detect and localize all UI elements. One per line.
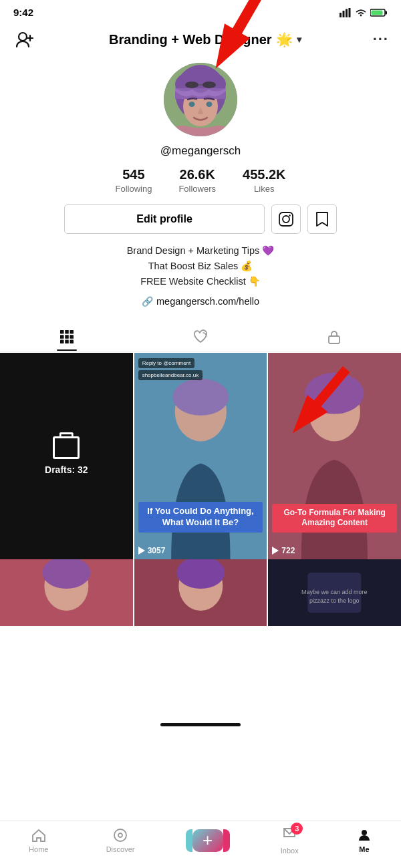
- more-options-button[interactable]: ···: [373, 31, 389, 48]
- svg-rect-2: [346, 9, 348, 17]
- svg-rect-6: [386, 11, 388, 14]
- svg-point-16: [185, 82, 198, 88]
- svg-point-4: [360, 14, 362, 16]
- video-2-overlay: 3057: [134, 542, 267, 559]
- video-cell-5[interactable]: [134, 559, 267, 626]
- tabs-row: [0, 323, 401, 351]
- followers-count: 26.6K: [180, 167, 215, 182]
- svg-point-20: [289, 214, 290, 216]
- tab-liked[interactable]: [134, 323, 267, 351]
- video-grid-row1: Drafts: 32 Reply to @comment shopbellean…: [0, 353, 401, 559]
- header-title: Branding + Web Designer 🌟 ▾: [109, 31, 301, 47]
- add-user-button[interactable]: [12, 27, 37, 52]
- home-icon: [31, 827, 47, 843]
- status-bar: 9:42: [0, 0, 401, 21]
- play-icon-3: [272, 547, 279, 555]
- nav-plus-button[interactable]: +: [192, 829, 223, 852]
- home-bar: [160, 723, 241, 726]
- edit-profile-button[interactable]: Edit profile: [64, 204, 265, 234]
- svg-rect-1: [343, 11, 345, 17]
- nav-home[interactable]: Home: [29, 827, 48, 853]
- svg-rect-28: [65, 339, 69, 343]
- home-indicator: [0, 720, 401, 728]
- link-icon: 🔗: [142, 294, 153, 309]
- likes-label: Likes: [254, 184, 274, 194]
- play-icon-2: [138, 547, 145, 555]
- following-count: 545: [122, 167, 144, 182]
- video-grid-row2: Maybe we can add more pizzazz to the log…: [0, 559, 401, 626]
- reply-tag: Reply to @comment: [138, 358, 195, 368]
- followers-label: Followers: [178, 184, 216, 194]
- svg-rect-23: [70, 330, 74, 334]
- stat-following[interactable]: 545 Following: [115, 167, 152, 194]
- tab-private[interactable]: [267, 323, 401, 351]
- svg-point-49: [114, 829, 126, 841]
- video-cell-3[interactable]: Go-To Formula For Making Amazing Content…: [268, 353, 401, 559]
- svg-point-8: [19, 33, 27, 41]
- svg-rect-29: [70, 339, 74, 343]
- bio-link[interactable]: 🔗 megangersch.com/hello: [20, 294, 381, 309]
- svg-rect-0: [340, 13, 342, 17]
- stat-likes[interactable]: 455.2K Likes: [243, 167, 286, 194]
- nav-me[interactable]: Me: [356, 827, 372, 853]
- bio-link-text: megangersch.com/hello: [156, 294, 259, 309]
- video-3-overlay: 722: [268, 542, 401, 559]
- svg-rect-18: [279, 212, 293, 226]
- nav-inbox-label: Inbox: [281, 847, 299, 855]
- stat-followers[interactable]: 26.6K Followers: [178, 167, 216, 194]
- profile-section: @megangersch 545 Following 26.6K Followe…: [0, 56, 401, 234]
- likes-count: 455.2K: [243, 167, 286, 182]
- status-time: 9:42: [13, 7, 33, 18]
- discover-icon: [112, 827, 128, 843]
- nav-home-label: Home: [29, 845, 48, 853]
- bookmark-button[interactable]: [307, 204, 337, 234]
- avatar: [164, 63, 237, 136]
- following-label: Following: [115, 184, 152, 194]
- nav-discover-label: Discover: [106, 845, 135, 853]
- bio-line-3: FREE Website Checklist 👇: [20, 274, 381, 289]
- svg-rect-7: [372, 10, 383, 15]
- nav-discover[interactable]: Discover: [106, 827, 135, 853]
- shop-tag: shopbelleandbear.co.uk: [138, 370, 203, 380]
- svg-point-19: [283, 216, 289, 223]
- battery-icon: [370, 8, 388, 17]
- drafts-cell[interactable]: Drafts: 32: [0, 353, 133, 559]
- inbox-badge: 3: [291, 823, 303, 835]
- svg-point-17: [203, 82, 216, 88]
- svg-rect-3: [349, 8, 351, 17]
- svg-rect-21: [60, 330, 64, 334]
- svg-point-14: [189, 102, 195, 107]
- profile-username: @megangersch: [160, 144, 241, 158]
- video-3-views: 722: [281, 546, 295, 555]
- svg-point-50: [118, 833, 122, 837]
- action-row: Edit profile: [13, 204, 388, 234]
- instagram-button[interactable]: [271, 204, 301, 234]
- create-button[interactable]: +: [192, 829, 223, 852]
- stats-row: 545 Following 26.6K Followers 455.2K Lik…: [13, 167, 388, 194]
- chevron-down-icon[interactable]: ▾: [297, 34, 301, 45]
- svg-rect-26: [70, 335, 74, 339]
- bottom-nav: Home Discover + 3 Inbox Me: [0, 820, 401, 868]
- signal-icon: [340, 8, 352, 17]
- video-2-views: 3057: [148, 546, 166, 555]
- tab-videos[interactable]: [0, 323, 134, 351]
- status-icons: [340, 8, 388, 17]
- video-2-caption: If You Could Do Anything, What Would It …: [138, 502, 263, 533]
- bio-line-2: That Boost Biz Sales 💰: [20, 259, 381, 274]
- svg-rect-27: [60, 339, 64, 343]
- video-cell-2[interactable]: Reply to @comment shopbelleandbear.co.uk…: [134, 353, 267, 559]
- svg-point-15: [207, 102, 213, 107]
- svg-rect-25: [65, 335, 69, 339]
- video-cell-6[interactable]: Maybe we can add more pizzazz to the log…: [268, 559, 401, 626]
- nav-me-label: Me: [359, 845, 369, 853]
- svg-point-36: [305, 373, 364, 414]
- video-cell-4[interactable]: [0, 559, 133, 626]
- svg-rect-22: [65, 330, 69, 334]
- header: Branding + Web Designer 🌟 ▾ ···: [0, 21, 401, 56]
- me-icon: [356, 827, 372, 843]
- svg-rect-30: [329, 336, 340, 343]
- wifi-icon: [355, 8, 367, 17]
- nav-inbox[interactable]: 3 Inbox: [281, 826, 299, 855]
- drafts-label: Drafts: 32: [45, 464, 88, 475]
- svg-text:pizzazz to the logo: pizzazz to the logo: [309, 597, 360, 604]
